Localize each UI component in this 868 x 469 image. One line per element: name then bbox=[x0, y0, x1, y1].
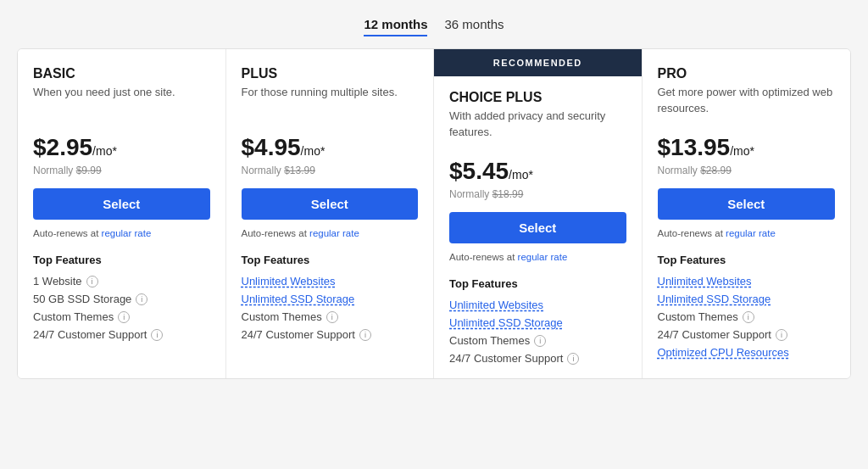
feature-plus-4-text: 24/7 Customer Support bbox=[242, 328, 355, 341]
tab-12months[interactable]: 12 months bbox=[364, 17, 427, 36]
feature-plus-1-link[interactable]: Unlimited Websites bbox=[242, 275, 336, 288]
plan-choice-plus-regular-rate-link[interactable]: regular rate bbox=[518, 252, 568, 262]
feature-plus-1-websites: Unlimited Websites bbox=[242, 275, 419, 288]
feature-basic-4-text: 24/7 Customer Support bbox=[33, 328, 147, 341]
info-icon-plus-3: i bbox=[326, 311, 338, 323]
plan-pro-normal-price: Normally $28.99 bbox=[658, 165, 836, 176]
feature-plus-3-themes: Custom Themes i bbox=[242, 310, 419, 323]
feature-pro-1-link[interactable]: Unlimited Websites bbox=[658, 275, 752, 288]
feature-cp-1-link[interactable]: Unlimited Websites bbox=[449, 299, 543, 311]
plan-pro-price-suffix: /mo* bbox=[730, 144, 754, 158]
info-icon-basic-3: i bbox=[118, 311, 130, 323]
plan-plus: PLUS For those running multiple sites. $… bbox=[226, 49, 435, 378]
info-icon-basic-2: i bbox=[136, 293, 147, 305]
plan-basic-regular-rate-link[interactable]: regular rate bbox=[102, 228, 152, 238]
tab-bar: 12 months 36 months bbox=[17, 8, 851, 48]
plan-plus-name: PLUS bbox=[242, 66, 419, 81]
feature-cp-2-link[interactable]: Unlimited SSD Storage bbox=[449, 316, 563, 329]
plan-choice-plus-normal-price: Normally $18.99 bbox=[449, 188, 626, 200]
plan-basic-price-suffix: /mo* bbox=[92, 144, 117, 158]
feature-pro-5-link[interactable]: Optimized CPU Resources bbox=[658, 346, 789, 359]
info-icon-cp-3: i bbox=[534, 335, 546, 347]
feature-pro-4-support: 24/7 Customer Support i bbox=[658, 328, 836, 341]
plan-choice-plus-desc: With added privacy and security features… bbox=[449, 109, 626, 144]
plan-pro-name: PRO bbox=[658, 66, 836, 81]
plan-choice-plus-select-button[interactable]: Select bbox=[449, 212, 626, 243]
feature-basic-1-websites: 1 Website i bbox=[33, 275, 210, 288]
plan-basic: BASIC When you need just one site. $2.95… bbox=[18, 49, 226, 378]
info-icon-cp-4: i bbox=[567, 353, 579, 365]
plan-basic-select-button[interactable]: Select bbox=[33, 188, 210, 220]
feature-cp-3-text: Custom Themes bbox=[449, 334, 530, 347]
plan-pro-features-title: Top Features bbox=[658, 254, 836, 266]
plan-plus-select-button[interactable]: Select bbox=[242, 188, 419, 220]
feature-plus-2-storage: Unlimited SSD Storage bbox=[242, 293, 419, 305]
feature-basic-2-text: 50 GB SSD Storage bbox=[33, 293, 131, 305]
info-icon-basic-1: i bbox=[86, 276, 98, 288]
plan-plus-feature-list: Unlimited Websites Unlimited SSD Storage… bbox=[242, 275, 419, 341]
plan-basic-name: BASIC bbox=[33, 66, 210, 81]
feature-pro-3-text: Custom Themes bbox=[658, 310, 738, 323]
feature-cp-4-support: 24/7 Customer Support i bbox=[449, 352, 626, 365]
feature-cp-1-websites: Unlimited Websites bbox=[449, 299, 626, 311]
plan-choice-plus-price: $5.45 bbox=[449, 158, 509, 185]
plan-basic-features-title: Top Features bbox=[33, 254, 210, 266]
plan-basic-auto-renew: Auto-renews at regular rate bbox=[33, 228, 210, 238]
feature-pro-4-text: 24/7 Customer Support bbox=[658, 328, 771, 341]
plan-basic-feature-list: 1 Website i 50 GB SSD Storage i Custom T… bbox=[33, 275, 210, 341]
plan-choice-plus-auto-renew: Auto-renews at regular rate bbox=[449, 252, 626, 262]
plan-choice-plus-name: CHOICE PLUS bbox=[449, 90, 626, 105]
recommended-badge: RECOMMENDED bbox=[434, 49, 642, 76]
info-icon-pro-3: i bbox=[743, 311, 754, 323]
feature-pro-1-websites: Unlimited Websites bbox=[658, 275, 836, 288]
feature-basic-3-text: Custom Themes bbox=[33, 310, 114, 323]
plan-basic-normal-price: Normally $9.99 bbox=[33, 165, 210, 176]
plan-basic-price: $2.95 bbox=[33, 134, 92, 161]
plan-pro-price: $13.95 bbox=[658, 134, 731, 161]
feature-pro-3-themes: Custom Themes i bbox=[658, 310, 836, 323]
plan-plus-normal-price: Normally $13.99 bbox=[242, 165, 419, 176]
feature-basic-4-support: 24/7 Customer Support i bbox=[33, 328, 210, 341]
plan-pro-regular-rate-link[interactable]: regular rate bbox=[726, 228, 776, 238]
plan-pro-auto-renew: Auto-renews at regular rate bbox=[658, 228, 836, 238]
feature-cp-2-storage: Unlimited SSD Storage bbox=[449, 316, 626, 329]
feature-pro-2-link[interactable]: Unlimited SSD Storage bbox=[658, 293, 771, 305]
plan-choice-plus-feature-list: Unlimited Websites Unlimited SSD Storage… bbox=[449, 299, 626, 365]
plan-basic-price-row: $2.95 /mo* bbox=[33, 134, 210, 161]
feature-plus-2-link[interactable]: Unlimited SSD Storage bbox=[242, 293, 355, 305]
plan-basic-desc: When you need just one site. bbox=[33, 85, 210, 120]
plan-pro-price-row: $13.95 /mo* bbox=[658, 134, 836, 161]
feature-pro-2-storage: Unlimited SSD Storage bbox=[658, 293, 836, 305]
plan-choice-plus-price-row: $5.45 /mo* bbox=[449, 158, 626, 185]
tab-36months[interactable]: 36 months bbox=[444, 17, 504, 36]
plan-plus-auto-renew: Auto-renews at regular rate bbox=[242, 228, 419, 238]
info-icon-basic-4: i bbox=[151, 329, 163, 341]
plan-pro-feature-list: Unlimited Websites Unlimited SSD Storage… bbox=[658, 275, 836, 359]
feature-basic-2-storage: 50 GB SSD Storage i bbox=[33, 293, 210, 305]
feature-plus-3-text: Custom Themes bbox=[242, 310, 322, 323]
plan-choice-plus-features-title: Top Features bbox=[449, 277, 626, 290]
feature-basic-3-themes: Custom Themes i bbox=[33, 310, 210, 323]
feature-cp-3-themes: Custom Themes i bbox=[449, 334, 626, 347]
feature-pro-5-cpu: Optimized CPU Resources bbox=[658, 346, 836, 359]
plan-plus-price-suffix: /mo* bbox=[301, 144, 326, 158]
plan-pro: PRO Get more power with optimized web re… bbox=[643, 49, 851, 378]
feature-cp-4-text: 24/7 Customer Support bbox=[449, 352, 563, 365]
plan-plus-regular-rate-link[interactable]: regular rate bbox=[309, 228, 359, 238]
plan-pro-select-button[interactable]: Select bbox=[658, 188, 836, 220]
feature-plus-4-support: 24/7 Customer Support i bbox=[242, 328, 419, 341]
plan-pro-desc: Get more power with optimized web resour… bbox=[658, 85, 836, 120]
plan-plus-price: $4.95 bbox=[242, 134, 301, 161]
plan-choice-plus: RECOMMENDED CHOICE PLUS With added priva… bbox=[434, 49, 643, 378]
plans-grid: BASIC When you need just one site. $2.95… bbox=[17, 48, 851, 379]
plan-plus-price-row: $4.95 /mo* bbox=[242, 134, 419, 161]
info-icon-pro-4: i bbox=[776, 329, 787, 341]
plan-plus-features-title: Top Features bbox=[242, 254, 419, 266]
info-icon-plus-4: i bbox=[359, 329, 371, 341]
feature-basic-1-text: 1 Website bbox=[33, 275, 82, 288]
plan-plus-desc: For those running multiple sites. bbox=[242, 85, 419, 120]
plan-choice-plus-price-suffix: /mo* bbox=[509, 168, 533, 181]
